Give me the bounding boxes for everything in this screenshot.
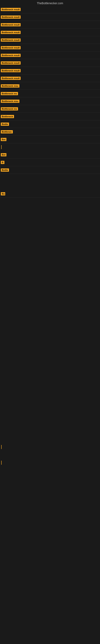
site-title: TheBottlenecker.com bbox=[0, 0, 100, 6]
bottleneck-row-12: Bottleneck res bbox=[0, 90, 100, 98]
bottleneck-row-14: Bottleneck res bbox=[0, 105, 100, 113]
bottleneck-badge-10[interactable]: Bottleneck result bbox=[1, 77, 21, 80]
bottom-line-2 bbox=[0, 459, 100, 466]
bottleneck-badge-8[interactable]: Bottleneck result bbox=[1, 62, 21, 64]
bottleneck-badge-3[interactable]: Bottleneck result bbox=[1, 23, 21, 26]
bottleneck-row-9: Bottleneck result bbox=[0, 67, 100, 74]
spacer-large-2 bbox=[0, 258, 100, 290]
bottleneck-row-3: Bottleneck result bbox=[0, 21, 100, 28]
bottleneck-row-21: B bbox=[0, 158, 100, 166]
bottleneck-badge-13[interactable]: Bottleneck resu bbox=[1, 100, 19, 103]
bottleneck-badge-11[interactable]: Bottleneck resu bbox=[1, 84, 19, 88]
bottleneck-badge-16[interactable]: Bottle bbox=[1, 122, 9, 126]
bottleneck-badge-12[interactable]: Bottleneck res bbox=[1, 92, 18, 95]
bottleneck-row-18: Bot bbox=[0, 136, 100, 143]
bottleneck-row-4: Bottleneck result bbox=[0, 28, 100, 36]
bottleneck-row-2: Bottleneck result bbox=[0, 13, 100, 21]
bottleneck-badge-17[interactable]: Bottlenec bbox=[1, 130, 13, 134]
page-container: TheBottlenecker.com Bottleneck result Bo… bbox=[0, 0, 100, 466]
bottleneck-row-17: Bottlenec bbox=[0, 128, 100, 136]
bottleneck-row-1: Bottleneck result bbox=[0, 6, 100, 13]
bottleneck-badge-15[interactable]: Bottleneck bbox=[1, 115, 14, 118]
bottleneck-badge-5[interactable]: Bottleneck result bbox=[1, 38, 21, 42]
bottleneck-row-11: Bottleneck resu bbox=[0, 82, 100, 90]
bottleneck-row-8: Bottleneck result bbox=[0, 59, 100, 67]
bottleneck-row-10: Bottleneck result bbox=[0, 74, 100, 82]
bottleneck-badge-4[interactable]: Bottleneck result bbox=[1, 31, 21, 34]
bottleneck-row-22: Bottle bbox=[0, 166, 100, 174]
bottom-vertical-line-1 bbox=[1, 445, 1, 449]
bottleneck-badge-9[interactable]: Bottleneck result bbox=[1, 69, 21, 72]
bottleneck-badge-18[interactable]: Bot bbox=[1, 138, 6, 141]
spacer-large-3 bbox=[0, 290, 100, 322]
bottleneck-row-20: Bot bbox=[0, 151, 100, 158]
bottleneck-row-13: Bottleneck resu bbox=[0, 98, 100, 105]
bottleneck-badge-20[interactable]: Bot bbox=[1, 153, 6, 156]
bottleneck-row-6: Bottleneck result bbox=[0, 44, 100, 52]
bottleneck-row-23: Bo bbox=[0, 190, 100, 198]
bottleneck-badge-14[interactable]: Bottleneck res bbox=[1, 107, 18, 110]
bottleneck-row-7: Bottleneck result bbox=[0, 52, 100, 59]
bottleneck-badge-7[interactable]: Bottleneck result bbox=[1, 54, 21, 57]
bottleneck-badge-22[interactable]: Bottle bbox=[1, 168, 9, 172]
bottleneck-row-16: Bottle bbox=[0, 120, 100, 128]
vertical-line-indicator bbox=[1, 145, 1, 149]
bottom-spacer bbox=[0, 322, 100, 443]
small-spacer-bottom bbox=[0, 451, 100, 459]
bottleneck-badge-6[interactable]: Bottleneck result bbox=[1, 46, 21, 49]
bottom-line-1 bbox=[0, 443, 100, 451]
bottleneck-badge-2[interactable]: Bottleneck result bbox=[1, 16, 21, 19]
bottom-vertical-line-2 bbox=[1, 461, 1, 465]
spacer-large bbox=[0, 198, 100, 258]
bottleneck-row-5: Bottleneck result bbox=[0, 36, 100, 44]
bottleneck-row-19 bbox=[0, 143, 100, 151]
spacer-1 bbox=[0, 174, 100, 190]
bottleneck-badge-21[interactable]: B bbox=[1, 161, 4, 164]
bottleneck-row-15: Bottleneck bbox=[0, 113, 100, 120]
bottleneck-badge-1[interactable]: Bottleneck result bbox=[1, 8, 21, 11]
bottleneck-badge-23[interactable]: Bo bbox=[1, 192, 5, 196]
